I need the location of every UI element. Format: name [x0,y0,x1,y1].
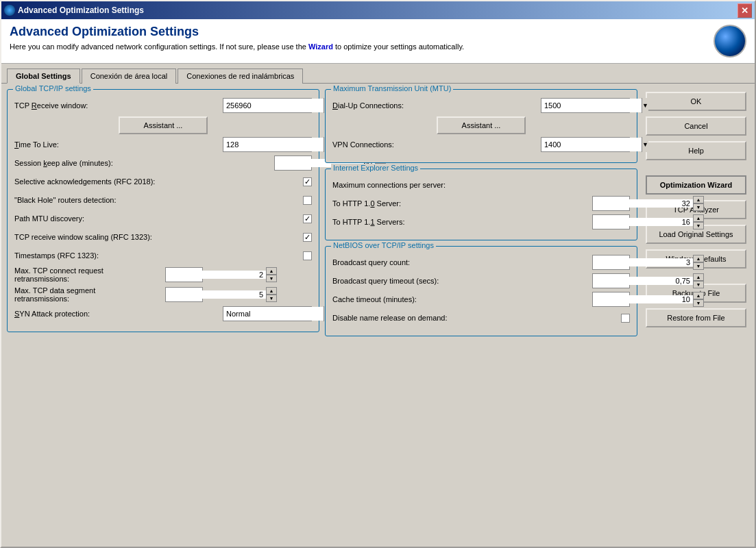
dialup-combo[interactable]: ▼ [541,98,630,113]
timestamps-label: Timestamps (RFC 1323): [14,251,303,260]
mtu-title: Maximum Transmission Unit (MTU) [331,84,453,92]
session-keepalive-label: Session keep alive (minutes): [14,159,274,167]
http10-up[interactable]: ▲ [693,196,704,203]
syn-attack-combo[interactable]: ▼ [223,306,312,321]
vpn-dropdown[interactable]: ▼ [642,137,648,152]
http10-down[interactable]: ▼ [693,203,704,211]
globe-icon [714,25,746,58]
max-data-up[interactable]: ▲ [266,287,277,295]
selective-ack-label: Selective acknowledgements (RFC 2018): [14,177,303,186]
global-tcpip-title: Global TCP/IP settings [13,84,93,92]
tabs-area: Global Settings Conexión de área local C… [1,64,755,83]
broadcast-count-down[interactable]: ▼ [693,262,704,270]
max-connect-spinner-btns: ▲ ▼ [266,267,277,282]
header-text: Advanced Optimization Settings Here you … [10,25,464,52]
path-mtu-checkbox[interactable] [303,214,312,223]
broadcast-timeout-label: Broadcast query timeout (secs): [332,277,592,285]
netbios-group: NetBIOS over TCP/IP settings Broadcast q… [325,246,637,336]
close-button[interactable]: ✕ [737,3,752,18]
tcp-receive-input[interactable] [223,99,324,112]
broadcast-timeout-spinner-btns: ▲ ▼ [693,273,704,288]
cache-timeout-input[interactable] [593,295,693,303]
tcpip-assistant-button[interactable]: Assistant ... [119,116,208,134]
disable-name-row: Disable name release on demand: [332,310,630,325]
disable-name-checkbox[interactable] [621,314,630,323]
path-mtu-label: Path MTU discovery: [14,214,303,223]
vpn-input[interactable] [541,138,642,151]
http10-label: To HTTP 1.0 Server: [332,199,592,208]
title-bar: Advanced Optimization Settings ✕ [1,1,755,19]
broadcast-count-row: Broadcast query count: ▲ ▼ [332,255,630,270]
cache-timeout-spinner[interactable]: ▲ ▼ [592,292,630,307]
vpn-combo[interactable]: ▼ [541,137,630,152]
tcp-receive-combo[interactable]: ▼ [223,98,312,113]
global-tcpip-group: Global TCP/IP settings TCP Receive windo… [7,89,319,332]
cache-timeout-up[interactable]: ▲ [693,292,704,299]
max-conn-label: Maximum connections per server: [332,181,630,189]
session-keepalive-spinner[interactable]: ▲ ▼ [274,155,312,171]
max-connect-spinner[interactable]: ▲ ▼ [165,267,203,282]
max-data-input[interactable] [166,290,266,299]
max-connect-input[interactable] [166,271,266,279]
disable-name-label: Disable name release on demand: [332,314,621,322]
tcp-receive-label: TCP Receive window: [14,101,223,110]
selective-ack-checkbox[interactable] [303,177,312,186]
broadcast-timeout-down[interactable]: ▼ [693,281,704,288]
ie-title: Internet Explorer Settings [331,164,420,172]
optimization-wizard-button[interactable]: Optimization Wizard [646,175,746,195]
ttl-input[interactable] [223,138,324,151]
broadcast-timeout-input[interactable] [593,277,693,285]
broadcast-count-spinner[interactable]: ▲ ▼ [592,255,630,270]
tab-wireless[interactable]: Conexiones de red inalámbricas [178,68,303,84]
dialup-input[interactable] [541,99,642,112]
http10-row: To HTTP 1.0 Server: ▲ ▼ [332,196,630,211]
vpn-label: VPN Connections: [332,140,541,149]
tcp-window-scaling-row: TCP receive window scaling (RFC 1323): [14,229,312,245]
tab-local[interactable]: Conexión de área local [82,68,177,84]
blackhole-row: "Black Hole" routers detection: [14,192,312,208]
http11-down[interactable]: ▼ [693,222,704,229]
broadcast-count-input[interactable] [593,258,693,266]
max-data-row: Max. TCP data segmentretransmissions: ▲ … [14,286,312,303]
tab-global[interactable]: Global Settings [7,68,80,84]
http11-up[interactable]: ▲ [693,214,704,222]
max-data-spinner-btns: ▲ ▼ [266,287,277,302]
timestamps-checkbox[interactable] [303,251,312,260]
separator1 [646,166,746,171]
selective-ack-row: Selective acknowledgements (RFC 2018): [14,174,312,189]
cache-timeout-down[interactable]: ▼ [693,299,704,307]
http10-spinner-btns: ▲ ▼ [693,196,704,211]
global-tcpip-col: Global TCP/IP settings TCP Receive windo… [7,89,319,336]
tcp-window-scaling-checkbox[interactable] [303,233,312,242]
syn-attack-input[interactable] [223,307,324,321]
restore-button[interactable]: Restore from File [646,308,746,327]
window-title: Advanced Optimization Settings [18,5,144,15]
ttl-combo[interactable]: ▼ [223,137,312,152]
http10-input[interactable] [593,199,693,208]
max-connect-down[interactable]: ▼ [266,275,277,282]
max-data-down[interactable]: ▼ [266,295,277,302]
broadcast-timeout-up[interactable]: ▲ [693,273,704,281]
cancel-button[interactable]: Cancel [646,116,746,136]
syn-attack-row: SYN Attack protection: ▼ [14,306,312,321]
ttl-label: Time To Live: [14,140,223,149]
ok-button[interactable]: OK [646,92,746,111]
help-button[interactable]: Help [646,141,746,160]
broadcast-count-up[interactable]: ▲ [693,255,704,262]
tcp-window-scaling-label: TCP receive window scaling (RFC 1323): [14,233,303,241]
blackhole-checkbox[interactable] [303,196,312,205]
timestamps-row: Timestamps (RFC 1323): [14,248,312,263]
broadcast-timeout-spinner[interactable]: ▲ ▼ [592,273,630,288]
http11-spinner[interactable]: ▲ ▼ [592,214,630,229]
dialup-dropdown[interactable]: ▼ [642,98,648,113]
http10-spinner[interactable]: ▲ ▼ [592,196,630,211]
vpn-row: VPN Connections: ▼ [332,137,630,152]
tabs: Global Settings Conexión de área local C… [7,68,749,83]
max-data-spinner[interactable]: ▲ ▼ [165,287,203,302]
broadcast-timeout-row: Broadcast query timeout (secs): ▲ ▼ [332,273,630,288]
mtu-assistant-button[interactable]: Assistant ... [437,116,526,134]
http11-input[interactable] [593,218,693,226]
page-title: Advanced Optimization Settings [10,25,464,39]
max-connect-up[interactable]: ▲ [266,267,277,275]
tcp-receive-row: TCP Receive window: ▼ [14,98,312,113]
